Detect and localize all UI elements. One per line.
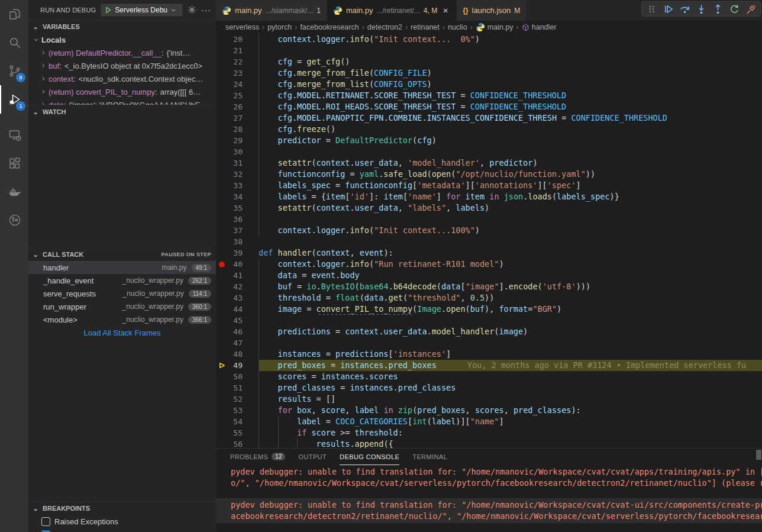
code-line[interactable]: 42 buf = io.BytesIO(base64.b64decode(dat… bbox=[216, 281, 762, 292]
code-line[interactable]: 22 cfg = get_cfg() bbox=[216, 56, 762, 67]
code-line[interactable]: 29 predictor = DefaultPredictor(cfg) bbox=[216, 135, 762, 146]
breakpoint-checkbox[interactable] bbox=[41, 530, 50, 532]
disconnect-icon[interactable] bbox=[744, 2, 758, 16]
activity-item-remote-explorer[interactable] bbox=[0, 121, 28, 149]
code-line[interactable]: 44 image = convert_PIL_to_numpy(Image.op… bbox=[216, 304, 762, 315]
code-line[interactable]: 38 bbox=[216, 236, 762, 247]
console-message[interactable]: pydev debugger: unable to find translati… bbox=[216, 498, 762, 523]
code-line[interactable]: 48 instances = predictions['instances'] bbox=[216, 349, 762, 360]
restart-icon[interactable] bbox=[727, 2, 741, 16]
code-line[interactable]: 53 for box, score, label in zip(pred_box… bbox=[216, 405, 762, 416]
breadcrumb-item[interactable]: facebookresearch bbox=[300, 23, 359, 31]
call-stack-frame[interactable]: handlermain.py49:1 bbox=[28, 261, 216, 274]
more-actions-icon[interactable]: ··· bbox=[201, 5, 211, 15]
code-line[interactable]: 46 predictions = context.user_data.model… bbox=[216, 326, 762, 337]
code-line[interactable]: 23 cfg.merge_from_file(CONFIG_FILE) bbox=[216, 67, 762, 79]
code-line[interactable]: 49 pred_boxes = instances.pred_boxesYou,… bbox=[216, 360, 762, 371]
breakpoints-header[interactable]: ⌄ BREAKPOINTS bbox=[28, 502, 216, 515]
step-into-icon[interactable] bbox=[694, 2, 708, 16]
activity-item-extensions[interactable] bbox=[0, 149, 28, 178]
code-line[interactable]: 39def handler(context, event): bbox=[216, 247, 762, 259]
load-all-stack-frames-link[interactable]: Load All Stack Frames bbox=[28, 328, 216, 337]
current-frame-icon[interactable] bbox=[216, 362, 228, 369]
code-line[interactable]: 43 threshold = float(data.get("threshold… bbox=[216, 292, 762, 304]
line-number: 38 bbox=[228, 236, 259, 247]
variables-scope-locals[interactable]: Locals bbox=[28, 33, 216, 46]
activity-item-search[interactable] bbox=[0, 28, 28, 57]
code-line[interactable]: 21 bbox=[216, 45, 762, 56]
code-line[interactable]: 20 context.logger.info("Init context... … bbox=[216, 34, 762, 45]
code-line[interactable]: 50 scores = instances.scores bbox=[216, 371, 762, 382]
variable-row[interactable]: (return) convert_PIL_to_numpy:array([[[ … bbox=[28, 85, 216, 98]
editor-tab-launch.json[interactable]: {}launch.jsonM bbox=[457, 0, 527, 21]
code-line[interactable]: 26 cfg.MODEL.ROI_HEADS.SCORE_THRESH_TEST… bbox=[216, 101, 762, 112]
code-line[interactable]: 24 cfg.merge_from_list(CONFIG_OPTS) bbox=[216, 79, 762, 90]
variable-row[interactable]: (return) DefaultPredictor.__call__:{'ins… bbox=[28, 46, 216, 59]
code-line[interactable]: 40 context.logger.info("Run retinanet-R1… bbox=[216, 259, 762, 270]
console-message[interactable]: pydev debugger: unable to find translati… bbox=[216, 465, 762, 490]
code-line[interactable]: 33 labels_spec = functionconfig['metadat… bbox=[216, 180, 762, 191]
continue-icon[interactable] bbox=[661, 2, 675, 16]
debug-config-dropdown[interactable]: Serverless Debu bbox=[101, 4, 183, 17]
breadcrumb-item[interactable]: pytorch bbox=[267, 23, 292, 31]
step-over-icon[interactable] bbox=[677, 2, 692, 16]
activity-item-git-graph[interactable] bbox=[0, 206, 28, 234]
panel-scrollbar[interactable] bbox=[756, 450, 761, 460]
watch-header[interactable]: ⌄ WATCH bbox=[28, 105, 216, 118]
panel-tab-problems[interactable]: PROBLEMS12 bbox=[230, 449, 285, 465]
close-icon[interactable]: × bbox=[441, 5, 450, 15]
token: . bbox=[321, 113, 326, 122]
call-stack-frame[interactable]: <module>_nuclio_wrapper.py366:1 bbox=[28, 313, 216, 326]
code-line[interactable]: 32 functionconfig = yaml.safe_load(open(… bbox=[216, 169, 762, 180]
breadcrumb-file[interactable]: main.py bbox=[476, 22, 514, 32]
variables-header[interactable]: ⌄ VARIABLES bbox=[28, 20, 216, 33]
code-line[interactable]: 36 bbox=[216, 214, 762, 225]
code-line[interactable]: 34 labels = {item['id']: item['name'] fo… bbox=[216, 191, 762, 202]
start-debug-icon[interactable] bbox=[105, 7, 112, 14]
gear-icon[interactable] bbox=[188, 5, 196, 14]
breakpoint-checkbox[interactable] bbox=[41, 517, 50, 526]
chevron-down-icon: ⌄ bbox=[31, 505, 40, 512]
panel-tab-terminal[interactable]: TERMINAL bbox=[412, 449, 447, 465]
editor-tab-main.py[interactable]: main.py.../siammask/...1 bbox=[216, 0, 327, 21]
call-stack-frame[interactable]: serve_requests_nuclio_wrapper.py114:1 bbox=[28, 287, 216, 300]
breadcrumb-symbol[interactable]: handler bbox=[522, 23, 557, 31]
code-line[interactable]: 41 data = event.body bbox=[216, 270, 762, 281]
call-stack-header[interactable]: ⌄ CALL STACK PAUSED ON STEP bbox=[28, 248, 216, 261]
activity-item-explorer[interactable] bbox=[0, 0, 28, 28]
step-out-icon[interactable] bbox=[711, 2, 725, 16]
debug-console-output[interactable]: pydev debugger: unable to find translati… bbox=[216, 465, 762, 523]
activity-item-run-and-debug[interactable]: 1 bbox=[0, 85, 28, 114]
breadcrumb-item[interactable]: detectron2 bbox=[367, 23, 402, 31]
code-line[interactable]: 54 label = COCO_CATEGORIES[int(label)]["… bbox=[216, 416, 762, 427]
code-line[interactable]: 56 results.append({ bbox=[216, 439, 762, 448]
panel-tab-debug-console[interactable]: DEBUG CONSOLE bbox=[340, 449, 399, 465]
variable-row[interactable]: data:{'image': 'iVBORw0KGgoAAAANSUhE… bbox=[28, 98, 216, 105]
token: context bbox=[278, 225, 312, 235]
code-line[interactable]: 28 cfg.freeze() bbox=[216, 124, 762, 135]
breakpoint-icon[interactable] bbox=[216, 262, 228, 267]
code-line[interactable]: 37 context.logger.info("Init context...1… bbox=[216, 225, 762, 236]
variable-row[interactable]: context:<nuclio_sdk.context.Context obje… bbox=[28, 72, 216, 85]
variable-row[interactable]: buf:<_io.BytesIO object at 0x7f5a2dc1ecc… bbox=[28, 59, 216, 72]
call-stack-frame[interactable]: _handle_event_nuclio_wrapper.py262:1 bbox=[28, 274, 216, 287]
code-line[interactable]: 45 bbox=[216, 315, 762, 326]
call-stack-frame[interactable]: run_wrapper_nuclio_wrapper.py360:1 bbox=[28, 300, 216, 313]
panel-tab-output[interactable]: OUTPUT bbox=[298, 449, 327, 465]
code-line[interactable]: 25 cfg.MODEL.RETINANET.SCORE_THRESH_TEST… bbox=[216, 90, 762, 101]
activity-item-docker[interactable] bbox=[0, 178, 28, 206]
breadcrumb-item[interactable]: nuclio bbox=[448, 23, 467, 31]
breadcrumb-item[interactable]: retinanet bbox=[411, 23, 440, 31]
activity-item-source-control[interactable]: 8 bbox=[0, 57, 28, 85]
code-line[interactable]: 55 if score >= threshold: bbox=[216, 427, 762, 439]
code-line[interactable]: 35 setattr(context.user_data, "labels", … bbox=[216, 202, 762, 214]
code-line[interactable]: 51 pred_classes = instances.pred_classes bbox=[216, 382, 762, 394]
code-line[interactable]: 30 bbox=[216, 146, 762, 157]
code-line[interactable]: 52 results = [] bbox=[216, 394, 762, 405]
code-line[interactable]: 47 bbox=[216, 337, 762, 349]
editor-tab-main.py[interactable]: main.py.../retinanet/...4, M× bbox=[327, 0, 457, 21]
code-line[interactable]: 31 setattr(context.user_data, 'model_han… bbox=[216, 157, 762, 169]
code-line[interactable]: 27 cfg.MODEL.PANOPTIC_FPN.COMBINE.INSTAN… bbox=[216, 112, 762, 124]
editor[interactable]: 20 context.logger.info("Init context... … bbox=[216, 34, 762, 448]
breadcrumb-item[interactable]: serverless bbox=[225, 23, 259, 31]
